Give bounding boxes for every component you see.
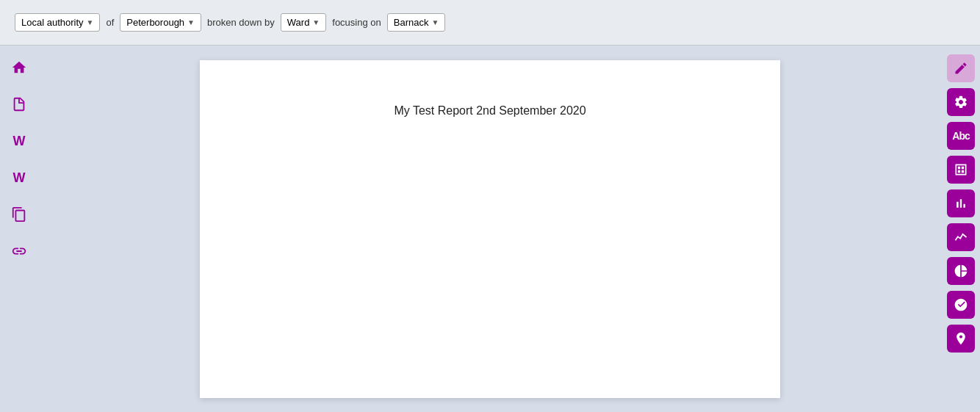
- word-icon-1[interactable]: W: [6, 128, 32, 154]
- document-page: My Test Report 2nd September 2020: [200, 60, 780, 398]
- local-authority-select[interactable]: Local authority ▼: [15, 13, 100, 32]
- copy-icon[interactable]: [6, 201, 32, 228]
- pie-chart-button[interactable]: [947, 257, 975, 285]
- link-icon[interactable]: [6, 238, 32, 264]
- left-sidebar: W W: [0, 46, 38, 412]
- ward-arrow: ▼: [312, 18, 320, 26]
- funnel-button[interactable]: [947, 291, 975, 319]
- local-authority-arrow: ▼: [87, 18, 94, 26]
- toolbar: Local authority ▼ of Peterborough ▼ brok…: [0, 0, 980, 46]
- peterborough-select[interactable]: Peterborough ▼: [120, 13, 201, 32]
- focusing-on-label: focusing on: [332, 17, 381, 28]
- edit-button[interactable]: [947, 54, 975, 82]
- local-authority-label: Local authority: [21, 17, 84, 28]
- peterborough-arrow: ▼: [187, 18, 195, 26]
- peterborough-label: Peterborough: [126, 17, 184, 28]
- line-chart-button[interactable]: [947, 223, 975, 251]
- barnack-select[interactable]: Barnack ▼: [387, 13, 446, 32]
- main-area: W W My Test Report 2nd September 2020: [0, 46, 980, 412]
- word-icon-2[interactable]: W: [6, 165, 32, 191]
- ward-label: Ward: [287, 17, 310, 28]
- broken-down-by-label: broken down by: [207, 17, 275, 28]
- content-area: My Test Report 2nd September 2020: [38, 46, 942, 412]
- bar-chart-button[interactable]: [947, 189, 975, 217]
- settings-button[interactable]: [947, 88, 975, 116]
- map-button[interactable]: [947, 325, 975, 353]
- ward-select[interactable]: Ward ▼: [281, 13, 326, 32]
- barnack-label: Barnack: [394, 17, 429, 28]
- pdf-icon[interactable]: [6, 91, 32, 118]
- of-label: of: [106, 17, 114, 28]
- abc-label: Abc: [952, 130, 969, 142]
- right-sidebar: Abc: [942, 46, 980, 412]
- barnack-arrow: ▼: [431, 18, 439, 26]
- document-title: My Test Report 2nd September 2020: [394, 104, 586, 118]
- table-button[interactable]: [947, 156, 975, 184]
- home-icon[interactable]: [6, 54, 32, 81]
- text-button[interactable]: Abc: [947, 122, 975, 150]
